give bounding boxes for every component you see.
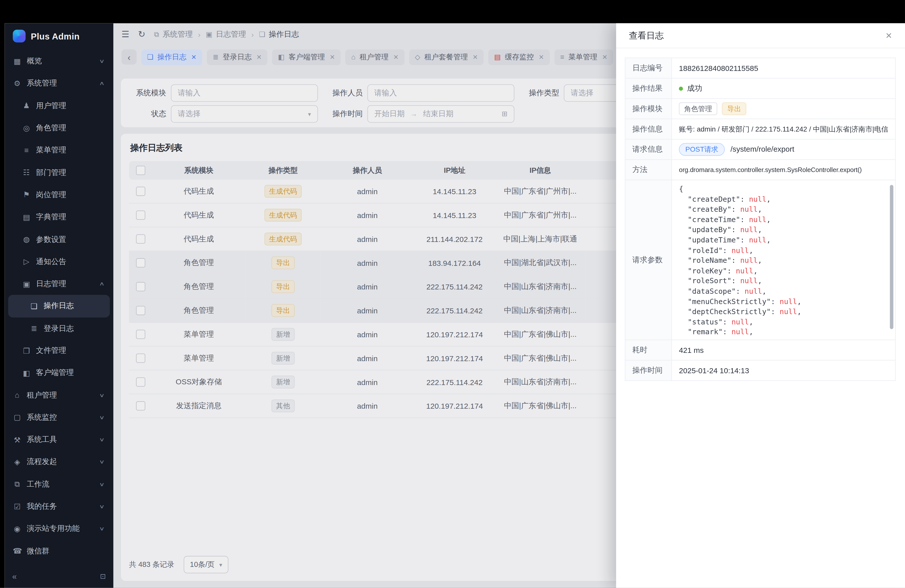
sidebar-item-op-log[interactable]: ❏操作日志 <box>8 295 110 317</box>
breadcrumb-item[interactable]: ▣日志管理 <box>206 29 246 40</box>
sidebar-item-file-mgmt[interactable]: ❐文件管理 <box>8 340 110 362</box>
collapse-sidebar-icon[interactable]: « <box>12 572 17 581</box>
logo-icon <box>13 30 25 43</box>
cell-ip-info: 中国|广东省|佛山市|... <box>495 346 585 370</box>
field-label-request: 请求信息 <box>625 139 672 160</box>
sidebar-item-sys-tools[interactable]: ⚒系统工具∨ <box>8 429 110 451</box>
cell-module: 发送指定消息 <box>152 394 245 418</box>
tab-close-icon[interactable]: ✕ <box>473 53 478 61</box>
sidebar-item-dict-mgmt[interactable]: ▤字典管理 <box>8 206 110 228</box>
sidebar-item-login-log[interactable]: ≣登录日志 <box>8 317 110 340</box>
arrow-right-icon: → <box>410 110 417 118</box>
menu-mgmt-icon: ≡ <box>22 146 31 155</box>
cell-ip: 211.144.202.172 <box>414 227 495 251</box>
cell-module: OSS对象存储 <box>152 370 245 394</box>
row-checkbox[interactable] <box>136 258 145 268</box>
post-mgmt-icon: ⚑ <box>22 191 31 199</box>
field-label-module: 操作模块 <box>625 99 672 119</box>
sidebar-menu: ▦概览∨⚙系统管理∧♟用户管理◎角色管理≡菜单管理☷部门管理⚑岗位管理▤字典管理… <box>5 50 113 563</box>
hamburger-icon[interactable]: ☰ <box>121 29 129 40</box>
sidebar-item-overview[interactable]: ▦概览∨ <box>8 50 110 72</box>
tab-op-log[interactable]: ❏操作日志✕ <box>141 49 202 65</box>
chevron-down-icon: ∨ <box>99 393 105 398</box>
oplog-icon: ❏ <box>147 53 153 61</box>
sidebar: Plus Admin ▦概览∨⚙系统管理∧♟用户管理◎角色管理≡菜单管理☷部门管… <box>5 23 113 588</box>
status-filter-select[interactable]: 请选择▾ <box>171 105 318 122</box>
sidebar-item-flow-start[interactable]: ◈流程发起∨ <box>8 451 110 473</box>
row-checkbox[interactable] <box>136 330 145 339</box>
sidebar-item-client-mgmt[interactable]: ◧客户端管理 <box>8 362 110 384</box>
tabs-scroll-left-button[interactable]: ‹ <box>121 49 137 65</box>
sidebar-item-post-mgmt[interactable]: ⚑岗位管理 <box>8 184 110 206</box>
doc-icon: ❏ <box>259 30 265 38</box>
cell-operator: admin <box>321 299 414 323</box>
module-filter-input[interactable]: 请输入 <box>171 84 318 102</box>
refresh-icon[interactable]: ↻ <box>138 29 145 40</box>
screen: Plus Admin ▦概览∨⚙系统管理∧♟用户管理◎角色管理≡菜单管理☷部门管… <box>0 0 905 588</box>
tenant-mgmt-icon: ⌂ <box>13 391 22 400</box>
cell-ip: 14.145.11.23 <box>414 180 495 203</box>
field-label-method: 方法 <box>625 160 672 180</box>
sidebar-item-tenant-mgmt[interactable]: ⌂租户管理∨ <box>8 384 110 407</box>
row-checkbox[interactable] <box>136 187 145 196</box>
sidebar-item-user-mgmt[interactable]: ♟用户管理 <box>8 95 110 117</box>
sys-tools-icon: ⚒ <box>13 435 22 444</box>
sidebar-item-notice[interactable]: ▷通知公告 <box>8 251 110 273</box>
tab-tenant-package[interactable]: ◇租户套餐管理✕ <box>409 49 484 65</box>
layout-panel-icon[interactable]: ⊡ <box>100 572 106 580</box>
row-checkbox[interactable] <box>136 401 145 411</box>
chevron-down-icon: ∨ <box>99 482 105 487</box>
tab-login-log[interactable]: ≣登录日志✕ <box>207 49 267 65</box>
logo[interactable]: Plus Admin <box>5 23 113 49</box>
operation-type-badge: 新增 <box>272 376 295 389</box>
cell-ip-info: 中国|上海|上海市|联通 <box>495 227 585 251</box>
sidebar-item-wechat-group[interactable]: ☎微信群 <box>8 540 110 563</box>
tab-menu-mgmt[interactable]: ≡菜单管理✕ <box>554 49 613 65</box>
tab-close-icon[interactable]: ✕ <box>256 53 262 61</box>
column-header: IP信息 <box>495 161 585 180</box>
breadcrumb-item[interactable]: ❏操作日志 <box>259 29 299 40</box>
cell-module: 菜单管理 <box>152 323 245 346</box>
time-range-picker[interactable]: 开始日期 → 结束日期 ⊞ <box>367 105 514 122</box>
breadcrumb-item[interactable]: ⧉系统管理 <box>154 29 193 40</box>
tab-close-icon[interactable]: ✕ <box>538 53 544 61</box>
sidebar-item-workflow[interactable]: ⧉工作流∨ <box>8 473 110 496</box>
sidebar-item-role-mgmt[interactable]: ◎角色管理 <box>8 117 110 139</box>
cell-operator: admin <box>321 180 414 203</box>
select-all-checkbox[interactable] <box>136 166 145 175</box>
chevron-down-icon: ▾ <box>308 111 311 117</box>
scrollbar-thumb[interactable] <box>890 185 894 329</box>
drawer-close-icon[interactable]: ✕ <box>885 31 892 40</box>
request-params-viewport[interactable]: { "createDept": null, "createBy": null, … <box>679 184 887 336</box>
operation-type-tag: 导出 <box>722 102 746 115</box>
user-mgmt-icon: ♟ <box>22 101 31 110</box>
row-checkbox[interactable] <box>136 306 145 315</box>
sidebar-item-my-tasks[interactable]: ☑我的任务∨ <box>8 496 110 518</box>
row-checkbox[interactable] <box>136 282 145 291</box>
tab-close-icon[interactable]: ✕ <box>330 53 335 61</box>
operation-info-value: 账号: admin / 研发部门 / 222.175.114.242 / 中国|… <box>672 119 895 139</box>
sidebar-item-sys-monitor[interactable]: ▢系统监控∨ <box>8 407 110 429</box>
end-date: 结束日期 <box>423 109 496 119</box>
sidebar-item-log-mgmt[interactable]: ▣日志管理∧ <box>8 273 110 295</box>
tab-close-icon[interactable]: ✕ <box>602 53 607 61</box>
tab-cache-monitor[interactable]: ▤缓存监控✕ <box>489 49 550 65</box>
row-checkbox[interactable] <box>136 234 145 244</box>
row-checkbox[interactable] <box>136 378 145 387</box>
row-checkbox[interactable] <box>136 354 145 363</box>
row-checkbox[interactable] <box>136 211 145 220</box>
operator-filter-input[interactable]: 请输入 <box>367 84 514 102</box>
sidebar-item-param-settings[interactable]: ◍参数设置 <box>8 228 110 251</box>
tab-tenant-mgmt[interactable]: ⌂租户管理✕ <box>345 49 405 65</box>
cell-operator: admin <box>321 394 414 418</box>
sidebar-item-menu-mgmt[interactable]: ≡菜单管理 <box>8 139 110 162</box>
duration-value: 421 ms <box>672 340 895 360</box>
sidebar-item-system-mgmt[interactable]: ⚙系统管理∧ <box>8 72 110 95</box>
tab-close-icon[interactable]: ✕ <box>191 53 196 61</box>
sidebar-item-dept-mgmt[interactable]: ☷部门管理 <box>8 162 110 184</box>
sidebar-item-demo-features[interactable]: ◉演示站专用功能∨ <box>8 518 110 540</box>
tab-close-icon[interactable]: ✕ <box>393 53 399 61</box>
tab-client-mgmt[interactable]: ◧客户端管理✕ <box>272 49 341 65</box>
operation-type-badge: 生成代码 <box>264 233 302 245</box>
page-size-select[interactable]: 10条/页 ▾ <box>184 556 229 573</box>
